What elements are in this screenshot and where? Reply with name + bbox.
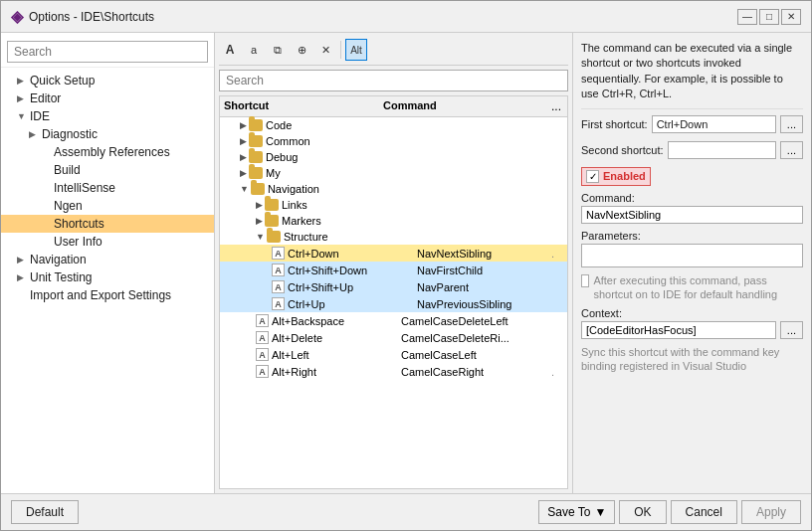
bottom-left: Default: [11, 500, 79, 524]
folder-label: Debug: [266, 151, 563, 163]
expand-arrow-icon: ▼: [240, 184, 249, 194]
table-row[interactable]: ▶ Debug: [220, 149, 567, 165]
shortcut-value: Ctrl+Up: [288, 298, 417, 310]
expand-arrow-icon: ▶: [240, 168, 247, 178]
table-row[interactable]: A Ctrl+Down NavNextSibling .: [220, 245, 567, 262]
sidebar-item-ide[interactable]: ▼ IDE: [1, 107, 214, 125]
shortcut-value: Alt+Left: [272, 349, 401, 361]
table-row[interactable]: ▼ Navigation: [220, 181, 567, 197]
row-dot: .: [551, 366, 563, 378]
close-button[interactable]: ✕: [781, 9, 801, 25]
sidebar-item-quick-setup[interactable]: ▶ Quick Setup: [1, 72, 214, 89]
folder-icon: [265, 199, 279, 211]
sidebar-item-ngen[interactable]: Ngen: [1, 197, 214, 215]
pass-shortcut-text: After executing this command, pass short…: [593, 273, 803, 302]
pass-shortcut-row: After executing this command, pass short…: [581, 273, 803, 302]
table-row[interactable]: A Ctrl+Up NavPreviousSibling: [220, 295, 567, 312]
first-shortcut-btn[interactable]: ...: [780, 115, 803, 133]
arrow-icon: ▶: [29, 129, 39, 139]
save-to-button[interactable]: Save To ▼: [538, 500, 615, 524]
context-input[interactable]: [581, 321, 776, 339]
apply-button[interactable]: Apply: [741, 500, 801, 524]
toolbar-edit-btn[interactable]: a: [243, 39, 265, 61]
shortcut-value: Alt+Right: [272, 366, 401, 378]
folder-label: Links: [282, 199, 563, 211]
sidebar-item-build[interactable]: Build: [1, 161, 214, 179]
command-section: Command:: [581, 192, 803, 224]
folder-icon: [267, 231, 281, 243]
sidebar: ▶ Quick Setup ▶ Editor ▼ IDE ▶ Diagnosti…: [1, 33, 215, 493]
second-shortcut-input[interactable]: [668, 141, 776, 159]
table-row[interactable]: A Alt+Delete CamelCaseDeleteRi...: [220, 329, 567, 346]
sidebar-item-import-export[interactable]: Import and Export Settings: [1, 286, 214, 304]
sidebar-search-box: [1, 37, 214, 68]
parameters-input[interactable]: [581, 244, 803, 267]
title-bar: ◈ Options - IDE\Shortcuts — □ ✕: [1, 1, 811, 33]
sidebar-item-shortcuts[interactable]: Shortcuts: [1, 215, 214, 233]
enabled-checkbox[interactable]: ✓: [586, 170, 599, 183]
sidebar-item-label: Assembly References: [54, 145, 170, 159]
table-row[interactable]: A Alt+Left CamelCaseLeft: [220, 346, 567, 363]
dialog-title: Options - IDE\Shortcuts: [29, 10, 154, 24]
arrow-icon: ▼: [17, 111, 27, 121]
command-input[interactable]: [581, 206, 803, 224]
command-value: NavParent: [417, 281, 551, 293]
a-badge-icon: A: [256, 365, 269, 378]
pass-shortcut-checkbox[interactable]: [581, 274, 589, 287]
arrow-icon: ▶: [17, 76, 27, 86]
toolbar-add-btn[interactable]: A: [219, 39, 241, 61]
sidebar-search-input[interactable]: [7, 41, 208, 63]
sidebar-item-unit-testing[interactable]: ▶ Unit Testing: [1, 268, 214, 286]
toolbar: A a ⧉ ⊕ ✕ Alt: [219, 37, 568, 66]
toolbar-remove-btn[interactable]: ✕: [314, 39, 336, 61]
table-row[interactable]: ▶ Common: [220, 133, 567, 149]
expand-arrow-icon: ▶: [240, 152, 247, 162]
second-shortcut-btn[interactable]: ...: [780, 141, 803, 159]
cancel-button[interactable]: Cancel: [671, 500, 737, 524]
command-value: CamelCaseRight: [401, 366, 551, 378]
table-row[interactable]: A Ctrl+Shift+Down NavFirstChild: [220, 262, 567, 278]
shortcut-value: Ctrl+Down: [288, 248, 417, 260]
table-row[interactable]: A Alt+Right CamelCaseRight .: [220, 363, 567, 380]
table-row[interactable]: A Alt+Backspace CamelCaseDeleteLeft: [220, 312, 567, 329]
parameters-section: Parameters:: [581, 230, 803, 267]
sidebar-item-diagnostic[interactable]: ▶ Diagnostic: [1, 125, 214, 143]
sidebar-item-editor[interactable]: ▶ Editor: [1, 89, 214, 107]
sidebar-item-navigation[interactable]: ▶ Navigation: [1, 251, 214, 268]
sidebar-item-label: Unit Testing: [30, 270, 92, 284]
a-upper-icon: A: [226, 43, 235, 57]
first-shortcut-input[interactable]: [652, 115, 776, 133]
maximize-button[interactable]: □: [759, 9, 779, 25]
ok-button[interactable]: OK: [619, 500, 666, 524]
parameters-label: Parameters:: [581, 230, 803, 242]
folder-icon: [249, 119, 263, 131]
sidebar-item-intellisense[interactable]: IntelliSense: [1, 179, 214, 197]
sidebar-item-label: Build: [54, 163, 81, 177]
alt-icon: Alt: [350, 45, 362, 56]
table-row[interactable]: ▼ Structure: [220, 229, 567, 245]
shortcut-search-input[interactable]: [219, 70, 568, 91]
minimize-button[interactable]: —: [737, 9, 757, 25]
shortcut-value: Alt+Delete: [272, 332, 401, 344]
paste-icon: ⊕: [298, 44, 306, 57]
table-row[interactable]: ▶ My: [220, 165, 567, 181]
table-row[interactable]: A Ctrl+Shift+Up NavParent: [220, 278, 567, 295]
toolbar-alt-btn[interactable]: Alt: [345, 39, 367, 61]
default-button[interactable]: Default: [11, 500, 79, 524]
a-badge-icon: A: [256, 348, 269, 361]
context-btn[interactable]: ...: [780, 321, 803, 339]
sidebar-item-user-info[interactable]: User Info: [1, 233, 214, 251]
folder-label: Structure: [284, 231, 563, 243]
sidebar-item-assembly-refs[interactable]: Assembly References: [1, 143, 214, 161]
folder-icon: [251, 183, 265, 195]
a-badge-icon: A: [272, 264, 285, 276]
table-row[interactable]: ▶ Code: [220, 117, 567, 133]
arrow-icon: [41, 201, 51, 211]
shortcut-column-header: Shortcut: [224, 99, 383, 113]
save-to-dropdown-icon: ▼: [594, 505, 606, 519]
toolbar-copy-btn[interactable]: ⧉: [267, 39, 289, 61]
info-text: The command can be executed via a single…: [581, 41, 803, 109]
table-row[interactable]: ▶ Markers: [220, 213, 567, 229]
toolbar-paste-btn[interactable]: ⊕: [291, 39, 312, 61]
table-row[interactable]: ▶ Links: [220, 197, 567, 213]
